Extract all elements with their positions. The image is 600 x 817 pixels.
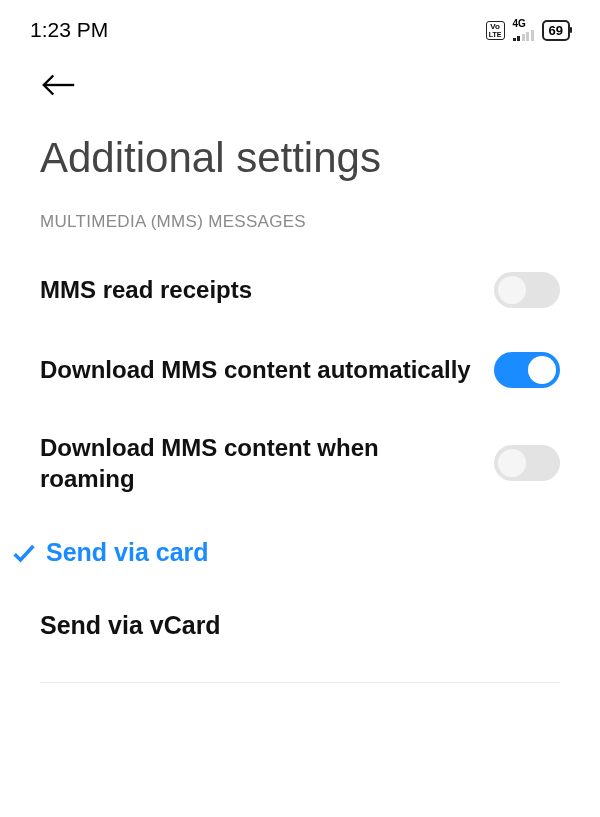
signal-icon: 4G: [513, 19, 534, 41]
battery-indicator: 69: [542, 20, 570, 41]
status-time: 1:23 PM: [30, 18, 108, 42]
check-icon: [10, 539, 38, 567]
download-mms-auto-row[interactable]: Download MMS content automatically: [0, 330, 600, 410]
download-mms-roaming-toggle[interactable]: [494, 445, 560, 481]
back-button[interactable]: [0, 52, 600, 104]
mms-read-receipts-row[interactable]: MMS read receipts: [0, 250, 600, 330]
send-via-vcard-option[interactable]: Send via vCard: [0, 589, 600, 662]
send-via-card-label: Send via card: [46, 538, 209, 567]
status-bar: 1:23 PM VoLTE 4G 69: [0, 0, 600, 52]
back-arrow-icon: [40, 70, 78, 100]
send-via-card-option[interactable]: Send via card: [0, 516, 600, 589]
mms-read-receipts-toggle[interactable]: [494, 272, 560, 308]
download-mms-roaming-row[interactable]: Download MMS content when roaming: [0, 410, 600, 516]
send-via-vcard-label: Send via vCard: [40, 611, 221, 640]
section-header: MULTIMEDIA (MMS) MESSAGES: [0, 212, 600, 250]
mms-read-receipts-label: MMS read receipts: [40, 274, 494, 305]
status-indicators: VoLTE 4G 69: [486, 19, 570, 41]
download-mms-roaming-label: Download MMS content when roaming: [40, 432, 494, 494]
divider: [40, 682, 560, 683]
volte-icon: VoLTE: [486, 21, 505, 40]
page-title: Additional settings: [0, 104, 600, 212]
download-mms-auto-label: Download MMS content automatically: [40, 354, 494, 385]
download-mms-auto-toggle[interactable]: [494, 352, 560, 388]
